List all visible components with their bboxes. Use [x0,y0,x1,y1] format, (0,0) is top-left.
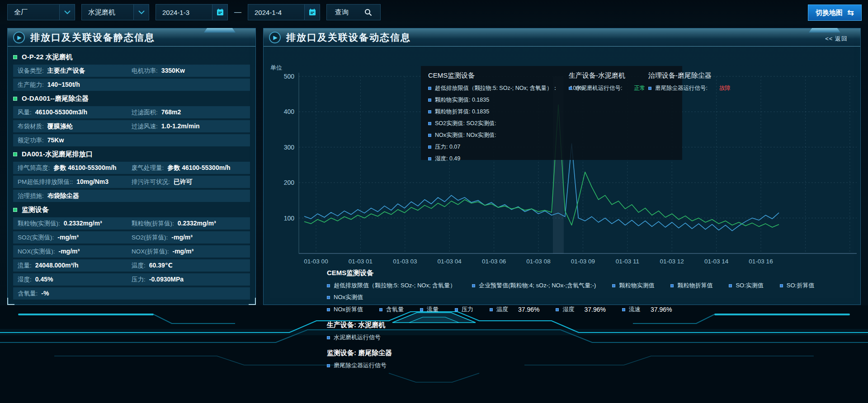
info-pair: 含氧量:-% [18,290,132,298]
info-label: 排气筒高度: [18,164,50,172]
section-title: O-DA001--磨尾除尘器 [13,93,250,105]
legend-item[interactable]: 流量 [420,305,439,314]
tooltip-production-column: 生产设备-水泥磨机 水泥磨机运行信号:正常 [569,71,637,155]
blue-square-icon [379,308,382,311]
info-row: SO2(实测值):-mg/m³SO2(折算值):-mg/m³ [13,231,250,244]
legend-item[interactable]: SO:折算值 [780,281,814,290]
tooltip-item-label: 颗粒物折算值: 0.1835 [435,108,489,116]
legend-item[interactable]: 含氧量 [379,305,404,314]
info-pair: 温度:60.39℃ [132,262,245,270]
tooltip-item: 水泥磨机运行信号:正常 [569,84,637,92]
blue-square-icon [420,308,423,311]
legend-item[interactable]: 颗粒物折算值 [670,281,712,290]
legend-item[interactable]: 颗粒物实测值 [612,281,654,290]
tooltip-item-label: 压力: 0.07 [435,143,460,151]
info-label: SO2(实测值): [18,234,54,242]
section-title-text: DA001-水泥磨尾排放口 [22,150,93,159]
start-date-input[interactable]: 2024-1-3 [156,4,228,20]
svg-text:01-03 14: 01-03 14 [704,258,729,265]
calendar-icon[interactable] [304,5,320,20]
info-pair: 治理措施:布袋除尘器 [18,192,132,200]
info-value: 10mg/Nm3 [76,178,108,185]
header-tab-decoration [204,28,236,33]
chart-tooltip: CEMS监测设备 超低排放限值（颗拉物:5: SOz-; NOx; 含氧量）：1… [421,66,682,160]
info-pair: 流量:24048.000m³/h [18,262,132,270]
info-label: 压力: [132,276,146,284]
legend-item[interactable]: 湿度37.96% [556,305,605,314]
blue-square-icon [472,284,475,287]
svg-text:01-03 11: 01-03 11 [616,258,639,265]
info-label: NOX(实测值): [18,248,55,256]
info-pair: 电机功率:3350Kw [132,67,245,75]
tooltip-item-label: NOx实测值: NOx实测值: [435,131,496,139]
end-date-value: 2024-1-4 [248,9,292,16]
legend-item[interactable]: 水泥磨机运行信号 [327,333,381,342]
info-row: 布袋材质:覆膜涤纶过滤风速:1.0-1.2m/min [13,120,250,132]
section-title-text: O-P-22 水泥磨机 [22,53,73,61]
tooltip-item-label: 湿度: 0.49 [435,155,460,163]
tooltip-cems-column: CEMS监测设备 超低排放限值（颗拉物:5: SOz-; NOx; 含氧量）：1… [428,71,557,155]
info-label: 电机功率: [132,67,158,75]
plant-select[interactable]: 全厂 [7,4,75,20]
legend-item[interactable]: SO:实测值 [729,281,763,290]
section-title: O-P-22 水泥磨机 [13,51,250,63]
legend-item[interactable]: NOx实测值 [327,293,363,301]
dynamic-info-panel: ▶ 排放口及关联设备动态信息 << 返回 单位 1002003004005000… [263,28,861,305]
info-label: 排污许可状况: [132,178,170,186]
chevron-down-icon[interactable] [59,5,75,20]
legend-item[interactable]: 压力 [455,305,473,314]
legend-item[interactable]: 温度37.96% [490,305,539,314]
device-select-value: 水泥磨机 [82,8,125,17]
blue-square-icon [428,122,431,125]
plant-select-value: 全厂 [8,8,51,17]
info-row: 设备类型:主要生产设备电机功率:3350Kw [13,65,250,77]
legend-row: 磨尾除尘器运行信号 [327,361,856,370]
device-select[interactable]: 水泥磨机 [81,4,149,20]
info-row: 湿度:0.45%压力:-0.0930MPa [13,273,250,286]
end-date-input[interactable]: 2024-1-4 [248,4,320,20]
tooltip-item-value: 故障 [719,84,731,92]
legend-item[interactable]: 企业预警值(颗粒物:4; sOz-; NOx-;含氧气量:-) [472,281,596,290]
calendar-icon[interactable] [212,5,227,20]
blue-square-icon [428,157,431,160]
tooltip-item: 压力: 0.07 [428,143,557,151]
blue-square-icon [490,308,493,311]
legend-item[interactable]: NOx折算值 [327,305,363,314]
swap-arrows-icon: ⇆ [847,9,854,17]
svg-text:500: 500 [284,73,295,80]
switch-map-label: 切换地图 [816,9,843,17]
section-title: DA001-水泥磨尾排放口 [13,148,250,160]
info-value: 46100-55300m3/h [35,108,87,116]
info-label: NOX(折算值): [132,248,169,256]
info-label: 过滤面积: [132,108,158,117]
play-icon: ▶ [13,32,25,43]
svg-text:01-03 01: 01-03 01 [349,258,373,265]
chevron-down-icon[interactable] [133,5,149,20]
info-value: -mg/m³ [57,234,79,241]
legend-item[interactable]: 超低排放限值（颗拉物:5: SOz-; NOx; 含氧量） [327,281,456,290]
green-square-icon [13,97,17,101]
legend-item[interactable]: 磨尾除尘器运行信号 [327,361,387,370]
info-value: 60.39℃ [149,262,173,269]
info-pair: 压力:-0.0930MPa [132,276,245,284]
blue-square-icon [556,308,559,311]
green-square-icon [13,208,17,212]
info-row: 含氧量:-% [13,287,250,300]
static-info-panel: ▶ 排放口及关联设备静态信息 O-P-22 水泥磨机设备类型:主要生产设备电机功… [7,28,256,305]
svg-text:01-03 12: 01-03 12 [660,258,684,265]
tooltip-item-label: 超低排放限值（颗拉物:5: SOz-; NOx; 含氧量）： [435,84,558,92]
corner-decoration [7,298,14,305]
legend-item[interactable]: 流速37.96% [622,305,672,314]
info-value: 24048.000m³/h [35,262,79,269]
legend-item-label: 含氧量 [386,305,404,314]
legend-row: 水泥磨机运行信号 [327,333,856,342]
switch-map-button[interactable]: 切换地图 ⇆ [808,5,862,21]
query-button[interactable]: 查询 [326,4,381,20]
legend-item-label: NOx折算值 [334,305,363,314]
blue-square-icon [648,87,651,90]
info-label: 布袋材质: [18,122,44,131]
tooltip-item: 超低排放限值（颗拉物:5: SOz-; NOx; 含氧量）：100% [428,84,557,92]
blue-square-icon [780,284,783,287]
date-range-separator: — [234,8,241,16]
legend-item-label: 企业预警值(颗粒物:4; sOz-; NOx-;含氧气量:-) [479,281,596,290]
